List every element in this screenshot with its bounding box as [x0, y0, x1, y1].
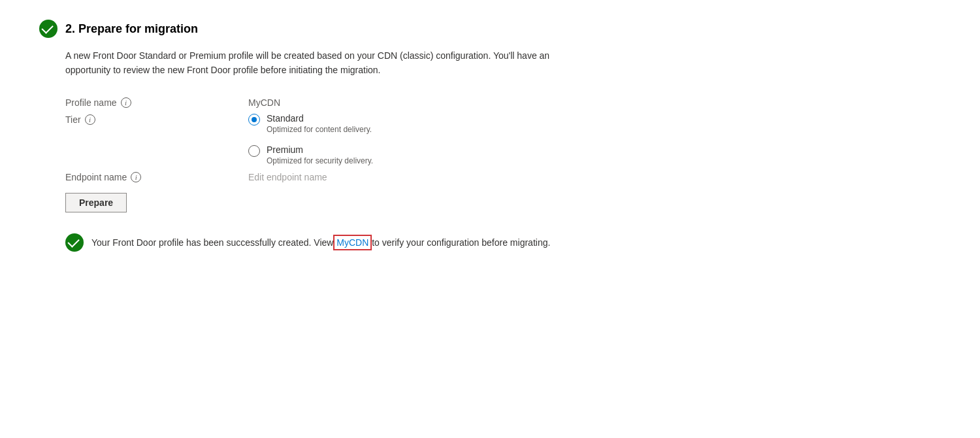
endpoint-name-value: Edit endpoint name: [248, 171, 327, 182]
migration-section: 2. Prepare for migration A new Front Doo…: [39, 20, 941, 252]
standard-tier-text: Standard Optimized for content delivery.: [267, 113, 372, 134]
section-description: A new Front Door Standard or Premium pro…: [65, 48, 653, 78]
prepare-button[interactable]: Prepare: [65, 193, 127, 212]
success-row: Your Front Door profile has been success…: [65, 233, 941, 252]
profile-name-value: MyCDN: [248, 96, 280, 108]
endpoint-name-row: Endpoint name i Edit endpoint name: [65, 171, 941, 182]
premium-tier-text: Premium Optimized for security delivery.: [267, 144, 373, 165]
success-check-icon: [65, 233, 84, 252]
form-section: Profile name i MyCDN Tier i Standard O: [65, 96, 941, 252]
tier-row: Tier i Standard Optimized for content de…: [65, 113, 941, 165]
standard-radio-inner: [252, 117, 257, 122]
premium-tier-description: Optimized for security delivery.: [267, 156, 373, 165]
profile-name-label: Profile name i: [65, 96, 248, 108]
success-message: Your Front Door profile has been success…: [91, 237, 550, 248]
tier-info-icon[interactable]: i: [85, 114, 95, 125]
endpoint-name-info-icon[interactable]: i: [131, 172, 141, 182]
standard-tier-name: Standard: [267, 113, 372, 124]
tier-option-premium[interactable]: Premium Optimized for security delivery.: [248, 144, 373, 165]
section-title: 2. Prepare for migration: [65, 22, 198, 36]
mycdn-link[interactable]: MyCDN: [336, 237, 369, 248]
tier-option-standard[interactable]: Standard Optimized for content delivery.: [248, 113, 373, 134]
endpoint-name-label: Endpoint name i: [65, 171, 248, 182]
premium-tier-name: Premium: [267, 144, 373, 155]
profile-name-info-icon[interactable]: i: [121, 97, 131, 108]
standard-radio[interactable]: [248, 114, 260, 126]
step-complete-icon: [39, 20, 57, 38]
tier-options: Standard Optimized for content delivery.…: [248, 113, 373, 165]
premium-radio[interactable]: [248, 145, 260, 157]
profile-name-row: Profile name i MyCDN: [65, 96, 941, 108]
tier-label: Tier i: [65, 113, 248, 125]
standard-tier-description: Optimized for content delivery.: [267, 125, 372, 134]
section-header: 2. Prepare for migration: [39, 20, 941, 38]
